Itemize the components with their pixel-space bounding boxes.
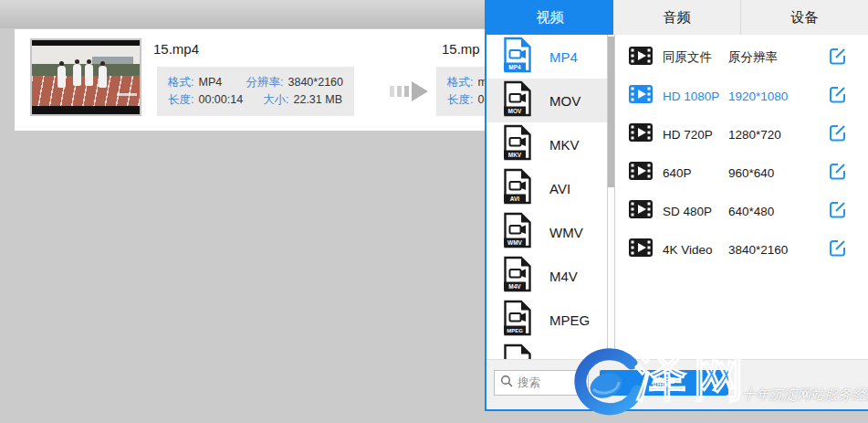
format-picker-panel: 视频 音频 设备 MP4 bbox=[485, 0, 868, 411]
format-scrollbar[interactable] bbox=[607, 35, 615, 359]
thumbnail-person bbox=[58, 66, 66, 88]
edit-icon[interactable] bbox=[829, 48, 846, 69]
mpeg-file-icon: MPEG bbox=[502, 300, 533, 340]
film-icon bbox=[628, 198, 655, 224]
quality-row-hd720p[interactable]: HD 720P 1280*720 bbox=[615, 115, 868, 153]
film-icon bbox=[628, 83, 655, 109]
target-file-name: 15.mp bbox=[442, 41, 480, 57]
source-size-value: 22.31 MB bbox=[293, 93, 342, 106]
quality-resolution: 1920*1080 bbox=[728, 90, 829, 103]
edit-icon[interactable] bbox=[829, 201, 846, 222]
format-item-mp4[interactable]: MP4 MP4 bbox=[486, 35, 607, 79]
svg-text:AVI: AVI bbox=[510, 196, 520, 202]
quality-resolution: 640*480 bbox=[728, 205, 829, 218]
quality-row-sd480p[interactable]: SD 480P 640*480 bbox=[615, 192, 868, 230]
source-format-value: MP4 bbox=[198, 76, 222, 89]
svg-text:M4V: M4V bbox=[508, 283, 521, 290]
m4v-file-icon: M4V bbox=[502, 256, 533, 296]
edit-icon[interactable] bbox=[829, 86, 846, 107]
format-item-partial[interactable] bbox=[486, 342, 607, 359]
film-icon bbox=[628, 237, 655, 262]
mp4-file-icon: MP4 bbox=[502, 37, 533, 77]
tab-video[interactable]: 视频 bbox=[486, 0, 613, 35]
thumbnail-person bbox=[99, 66, 107, 88]
target-format: 格式:m bbox=[447, 74, 487, 91]
format-label: WMV bbox=[549, 225, 583, 240]
source-format-label: 格式: bbox=[168, 76, 193, 89]
edit-icon[interactable] bbox=[829, 163, 846, 184]
svg-text:MOV: MOV bbox=[508, 108, 522, 114]
source-size-label: 大小: bbox=[263, 93, 288, 106]
target-format-label: 格式: bbox=[447, 76, 473, 89]
film-icon bbox=[628, 160, 655, 185]
film-icon bbox=[628, 45, 655, 70]
source-duration: 长度:00:00:14 bbox=[168, 91, 263, 109]
format-label: AVI bbox=[549, 181, 570, 196]
confirm-button[interactable]: 确定 bbox=[600, 370, 728, 396]
edit-icon[interactable] bbox=[829, 239, 846, 260]
target-duration-label: 长度: bbox=[447, 93, 473, 106]
source-duration-label: 长度: bbox=[168, 93, 193, 106]
source-duration-value: 00:00:14 bbox=[198, 93, 243, 106]
format-search-box[interactable] bbox=[494, 370, 589, 396]
quality-label: 640P bbox=[663, 166, 728, 180]
mkv-file-icon: MKV bbox=[502, 124, 533, 164]
svg-text:MPEG: MPEG bbox=[507, 328, 523, 333]
format-item-mkv[interactable]: MKV MKV bbox=[486, 122, 607, 166]
quality-row-4k[interactable]: 4K Video 3840*2160 bbox=[615, 230, 868, 269]
quality-resolution: 1280*720 bbox=[728, 128, 829, 142]
format-column: MP4 MP4 MOV bbox=[486, 35, 615, 359]
thumbnail-watermark bbox=[117, 93, 137, 96]
quality-label: 4K Video bbox=[663, 243, 728, 257]
format-label: MPEG bbox=[549, 312, 590, 328]
format-label: M4V bbox=[549, 269, 578, 284]
wmv-file-icon: WMV bbox=[502, 212, 533, 252]
format-item-mpeg[interactable]: MPEG MPEG bbox=[486, 298, 607, 342]
tab-device[interactable]: 设备 bbox=[740, 0, 868, 35]
format-label: MKV bbox=[549, 137, 580, 153]
source-info-box: 格式:MP4 分辨率:3840*2160 长度:00:00:14 大小:22.3… bbox=[157, 67, 354, 116]
quality-row-original[interactable]: 同原文件 原分辨率 bbox=[615, 38, 868, 77]
quality-label: HD 720P bbox=[663, 128, 728, 142]
quality-resolution: 960*640 bbox=[728, 166, 829, 180]
edit-icon[interactable] bbox=[829, 124, 846, 145]
video-thumbnail[interactable] bbox=[30, 38, 141, 116]
convert-arrow-icon bbox=[388, 79, 432, 103]
search-icon bbox=[500, 375, 513, 391]
source-file-name: 15.mp4 bbox=[153, 41, 199, 57]
format-item-wmv[interactable]: WMV WMV bbox=[486, 210, 607, 254]
format-item-avi[interactable]: AVI AVI bbox=[486, 166, 607, 210]
thumbnail-scene bbox=[32, 46, 140, 106]
svg-text:MKV: MKV bbox=[508, 152, 522, 158]
film-icon bbox=[628, 122, 655, 147]
scrollbar-thumb[interactable] bbox=[608, 37, 614, 187]
quality-label: HD 1080P bbox=[663, 90, 728, 103]
quality-resolution: 3840*2160 bbox=[728, 243, 829, 257]
tab-audio[interactable]: 音频 bbox=[613, 0, 740, 35]
search-input[interactable] bbox=[518, 376, 581, 389]
mov-file-icon: MOV bbox=[502, 80, 533, 121]
source-format: 格式:MP4 bbox=[168, 74, 246, 91]
quality-resolution: 原分辨率 bbox=[728, 49, 829, 66]
format-label: MOV bbox=[549, 93, 580, 109]
target-duration-value: 0 bbox=[477, 93, 484, 106]
quality-row-640p[interactable]: 640P 960*640 bbox=[615, 153, 868, 192]
target-duration: 长度:0 bbox=[447, 91, 484, 109]
thumbnail-person bbox=[73, 64, 81, 86]
panel-tabbar: 视频 音频 设备 bbox=[486, 0, 868, 35]
format-list: MP4 MP4 MOV bbox=[486, 35, 607, 359]
quality-list: 同原文件 原分辨率 bbox=[615, 35, 868, 359]
quality-label: SD 480P bbox=[663, 205, 728, 218]
source-resolution: 分辨率:3840*2160 bbox=[246, 74, 343, 91]
source-resolution-label: 分辨率: bbox=[246, 76, 284, 89]
quality-label: 同原文件 bbox=[663, 49, 728, 66]
quality-row-hd1080p[interactable]: HD 1080P 1920*1080 bbox=[615, 77, 868, 115]
panel-bottombar: 确定 bbox=[486, 359, 868, 409]
format-item-m4v[interactable]: M4V M4V bbox=[486, 254, 607, 298]
source-resolution-value: 3840*2160 bbox=[288, 76, 343, 89]
source-size: 大小:22.31 MB bbox=[263, 91, 342, 109]
avi-file-icon: AVI bbox=[502, 168, 533, 208]
format-item-mov[interactable]: MOV MOV bbox=[486, 79, 607, 122]
svg-text:MP4: MP4 bbox=[508, 64, 521, 70]
format-label: MP4 bbox=[549, 49, 578, 65]
